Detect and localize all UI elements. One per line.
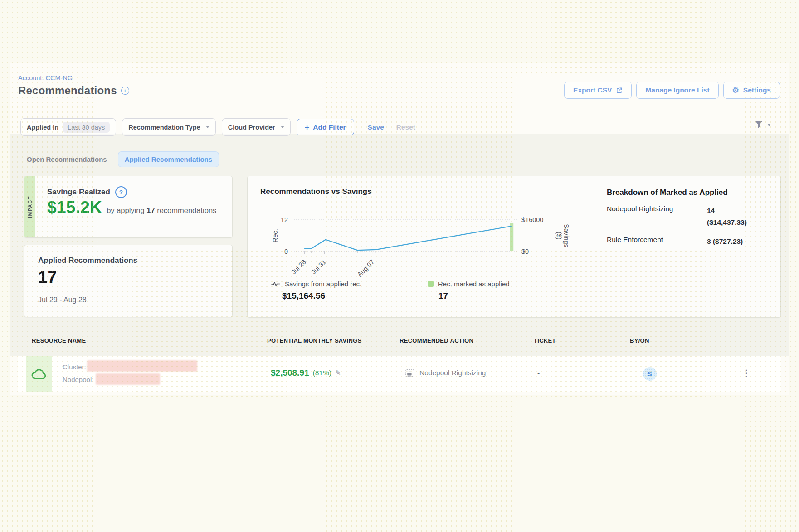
desc-count: 17 xyxy=(146,206,155,214)
external-link-icon xyxy=(616,87,623,94)
page-title: Recommendations xyxy=(18,84,117,97)
export-csv-button[interactable]: Export CSV xyxy=(564,82,632,99)
line-wave-icon xyxy=(271,281,280,287)
impact-card: IMPACT Savings Realized ? $15.2K by appl… xyxy=(24,176,233,238)
savings-realized-title-row: Savings Realized ? xyxy=(47,186,127,198)
ticket-value: - xyxy=(537,369,540,377)
column-header-by-on: BY/ON xyxy=(630,337,649,344)
breakdown-row: Rule Enforcement 3 ($727.23) xyxy=(607,236,770,247)
question-icon[interactable]: ? xyxy=(115,186,127,198)
desc-suffix: recommendations xyxy=(157,206,216,214)
svg-text:12: 12 xyxy=(281,216,288,223)
filter-chip-cloud-provider[interactable]: Cloud Provider xyxy=(222,118,291,136)
breakdown-value-line2: ($14,437.33) xyxy=(707,218,747,226)
legend-marked-label: Rec. marked as applied xyxy=(438,280,510,288)
svg-text:0: 0 xyxy=(284,248,288,255)
page-title-row: Recommendations i xyxy=(18,84,129,97)
legend-savings: Savings from applied rec. $15,164.56 xyxy=(271,280,361,301)
impact-strip: IMPACT xyxy=(24,176,35,237)
settings-button[interactable]: ⚙ Settings xyxy=(723,82,780,99)
savings-amount: $15.2K xyxy=(47,198,102,217)
settings-label: Settings xyxy=(743,86,771,94)
breadcrumb-account[interactable]: Account: CCM-NG xyxy=(18,74,73,82)
applied-recommendations-card: Applied Recommendations 17 Jul 29 - Aug … xyxy=(24,245,233,317)
edit-pencil-icon[interactable]: ✎ xyxy=(335,369,341,377)
applied-card-title: Applied Recommendations xyxy=(38,256,137,265)
recommendations-page: Account: CCM-NG Recommendations i Export… xyxy=(0,0,799,532)
manage-ignore-list-button[interactable]: Manage Ignore List xyxy=(636,82,718,99)
manage-ignore-list-label: Manage Ignore List xyxy=(645,86,709,94)
savings-amount-row: $15.2K by applying 17 recommendations xyxy=(47,198,216,217)
breakdown-row-label: Nodepool Rightsizing xyxy=(607,205,707,228)
applied-in-label: Applied In xyxy=(27,124,58,131)
svg-text:Jul 28: Jul 28 xyxy=(290,258,307,276)
column-header-recommended-action: RECOMMENDED ACTION xyxy=(400,337,473,344)
green-square-icon xyxy=(428,281,434,287)
export-csv-label: Export CSV xyxy=(573,86,612,94)
table-row[interactable]: Cluster: Nodepool: $2,508.91 (81%) ✎ Nod… xyxy=(18,356,781,392)
funnel-icon xyxy=(754,120,764,129)
column-header-ticket: TICKET xyxy=(534,337,556,344)
breakdown-row-value: 14 ($14,437.33) xyxy=(707,205,747,228)
filter-panel-toggle[interactable] xyxy=(754,120,771,129)
add-filter-button[interactable]: + Add Filter xyxy=(297,119,354,135)
chart-canvas: 120$16000$0Rec.Savings($)Jul 28Jul 31Aug… xyxy=(270,199,588,283)
recommendation-type-label: Recommendation Type xyxy=(128,124,200,131)
legend-savings-value: $15,164.56 xyxy=(282,291,361,301)
filter-chip-applied-in[interactable]: Applied In Last 30 days xyxy=(20,118,116,136)
info-icon[interactable]: i xyxy=(121,87,129,95)
applied-in-value[interactable]: Last 30 days xyxy=(63,122,110,133)
redacted-nodepool-name xyxy=(96,373,160,385)
plus-icon: + xyxy=(305,123,310,131)
row-action-label: Nodepool Rightsizing xyxy=(419,369,486,377)
savings-realized-title: Savings Realized xyxy=(47,188,110,197)
legend-marked-value: 17 xyxy=(438,291,510,301)
chevron-down-icon xyxy=(767,124,771,126)
svg-text:Savings($): Savings($) xyxy=(555,224,570,247)
svg-text:$0: $0 xyxy=(521,248,529,255)
header-divider xyxy=(10,108,789,108)
recommendations-tabs: Open Recommendations Applied Recommendat… xyxy=(20,151,219,167)
breakdown-value-line1: 14 xyxy=(707,207,715,214)
column-header-potential-savings: POTENTIAL MONTHLY SAVINGS xyxy=(267,337,362,344)
chevron-down-icon xyxy=(281,126,284,128)
legend-marked-applied: Rec. marked as applied 17 xyxy=(428,280,510,301)
redacted-cluster-name xyxy=(87,360,197,372)
row-savings-percent: (81%) xyxy=(313,369,331,377)
breakdown-title: Breakdown of Marked as Applied xyxy=(607,188,770,197)
filter-divider xyxy=(390,122,390,133)
avatar[interactable]: S xyxy=(643,367,657,381)
svg-text:Jul 31: Jul 31 xyxy=(310,258,327,276)
filter-chip-recommendation-type[interactable]: Recommendation Type xyxy=(122,118,215,136)
svg-text:Aug 07: Aug 07 xyxy=(356,258,376,278)
filter-bar: Applied In Last 30 days Recommendation T… xyxy=(20,118,415,136)
reset-filter-button[interactable]: Reset xyxy=(396,123,415,131)
row-savings-value: $2,508.91 xyxy=(271,368,309,378)
column-header-resource-name: RESOURCE NAME xyxy=(32,337,86,344)
cloud-icon xyxy=(31,368,47,380)
tab-applied-recommendations[interactable]: Applied Recommendations xyxy=(118,151,219,167)
tab-open-recommendations[interactable]: Open Recommendations xyxy=(20,152,113,167)
breakdown-row-label: Rule Enforcement xyxy=(607,236,707,247)
impact-strip-label: IMPACT xyxy=(27,196,33,218)
breakdown-panel: Breakdown of Marked as Applied Nodepool … xyxy=(607,188,770,247)
card-divider xyxy=(592,189,592,305)
chevron-down-icon xyxy=(206,126,209,128)
action-cell: Nodepool Rightsizing xyxy=(405,369,486,377)
nodepool-label: Nodepool: xyxy=(63,376,93,383)
savings-description: by applying 17 recommendations xyxy=(107,206,216,215)
svg-text:$16000: $16000 xyxy=(521,216,543,223)
legend-savings-label: Savings from applied rec. xyxy=(285,280,361,288)
svg-text:Rec.: Rec. xyxy=(272,229,279,242)
breakdown-row: Nodepool Rightsizing 14 ($14,437.33) xyxy=(607,205,770,228)
cloud-provider-label: Cloud Provider xyxy=(228,124,275,131)
chart-card: Recommendations vs Savings 120$16000$0Re… xyxy=(247,176,781,318)
gear-icon: ⚙ xyxy=(732,87,739,94)
add-filter-label: Add Filter xyxy=(313,123,346,131)
row-menu-kebab-icon[interactable]: ⋮ xyxy=(742,368,751,377)
desc-prefix: by applying xyxy=(107,206,144,214)
resource-type-cell xyxy=(26,356,52,392)
nodepool-icon xyxy=(405,369,414,377)
chart-title: Recommendations vs Savings xyxy=(260,187,372,196)
save-filter-button[interactable]: Save xyxy=(368,123,384,131)
